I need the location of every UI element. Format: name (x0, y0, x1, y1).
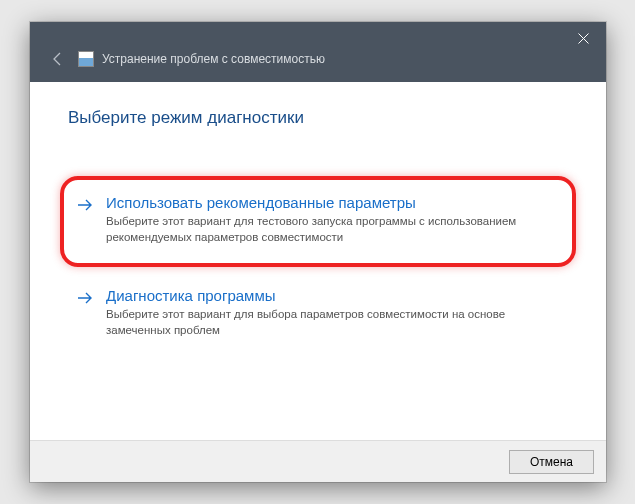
footer: Отмена (30, 440, 606, 482)
option-title: Использовать рекомендованные параметры (106, 194, 562, 211)
option-title: Диагностика программы (106, 287, 562, 304)
page-heading: Выберите режим диагностики (68, 108, 568, 128)
window-title: Устранение проблем с совместимостью (102, 52, 325, 66)
option-body: Диагностика программы Выберите этот вари… (106, 287, 562, 338)
option-diagnose[interactable]: Диагностика программы Выберите этот вари… (68, 277, 568, 352)
arrow-right-icon (76, 289, 96, 311)
app-icon (78, 51, 94, 67)
close-button[interactable] (560, 22, 606, 54)
arrow-right-icon (76, 196, 96, 218)
option-recommended[interactable]: Использовать рекомендованные параметры В… (68, 184, 568, 259)
cancel-button[interactable]: Отмена (509, 450, 594, 474)
highlighted-option-frame: Использовать рекомендованные параметры В… (60, 176, 576, 267)
titlebar: Устранение проблем с совместимостью (30, 22, 606, 82)
option-description: Выберите этот вариант для выбора парамет… (106, 307, 562, 338)
back-button[interactable] (44, 45, 72, 73)
option-body: Использовать рекомендованные параметры В… (106, 194, 562, 245)
option-description: Выберите этот вариант для тестового запу… (106, 214, 562, 245)
troubleshooter-window: Устранение проблем с совместимостью Выбе… (30, 22, 606, 482)
content-area: Выберите режим диагностики Использовать … (30, 82, 606, 442)
